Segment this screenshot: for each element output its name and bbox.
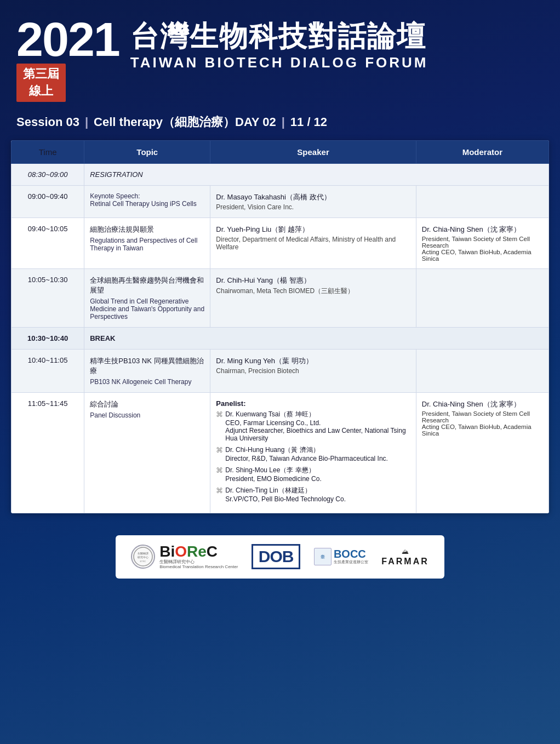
speaker-cell: Dr. Chih-Hui Yang（楊 智惠） Chairwoman, Meta… bbox=[210, 268, 416, 327]
topic-en: PB103 NK Allogeneic Cell Therapy bbox=[90, 378, 204, 386]
table-row: 08:30~09:00 RESIGTRATION bbox=[12, 163, 549, 185]
time-cell: 09:40~10:05 bbox=[12, 218, 84, 268]
panelist-icon: ⌘ bbox=[216, 487, 223, 495]
panelist-title: CEO, Farmar Licensing Co., Ltd. Adjunct … bbox=[225, 419, 410, 442]
title-block: 台灣生物科技對話論壇 TAIWAN BIOTECH DIALOG FORUM bbox=[130, 15, 428, 71]
panelist-icon: ⌘ bbox=[216, 410, 223, 419]
topic-en: Regulations and Perspectives of Cell The… bbox=[90, 237, 204, 252]
topic-cell: 綜合討論 Panel Discussion bbox=[84, 392, 210, 513]
title-english: TAIWAN BIOTECH DIALOG FORUM bbox=[130, 54, 428, 71]
moderator-cell bbox=[416, 349, 548, 392]
panelist-icon: ⌘ bbox=[216, 446, 223, 454]
panelist-label: Panelist: bbox=[216, 399, 410, 408]
schedule-table-container: Time Topic Speaker Moderator 08:30~09:00… bbox=[11, 140, 549, 513]
col-header-topic: Topic bbox=[84, 140, 210, 163]
biorerc-sub: 生醫轉譯研究中心Biomedical Translation Research … bbox=[159, 559, 238, 570]
topic-cn: 精準生技PB103 NK 同種異體細胞治療 bbox=[90, 356, 204, 376]
bocc-emblem: 臺 bbox=[314, 548, 332, 565]
session-date: 11 / 12 bbox=[290, 115, 327, 129]
table-row: 09:40~10:05 細胞治療法規與願景 Regulations and Pe… bbox=[12, 218, 549, 268]
topic-en: Global Trend in Cell Regenerative Medici… bbox=[90, 297, 204, 321]
session-topic: Cell therapy（細胞治療）DAY 02 bbox=[94, 114, 276, 130]
topic-en: Panel Discussion bbox=[90, 411, 204, 419]
panelist-name: Dr. Shing-Mou Lee（李 幸懋） bbox=[225, 466, 321, 475]
speaker-title: President, Vision Care Inc. bbox=[216, 203, 410, 211]
separator-1: | bbox=[85, 115, 88, 129]
col-header-moderator: Moderator bbox=[416, 140, 548, 163]
bocc-sub: 生技產業促進辦公室 bbox=[334, 559, 368, 565]
logo-dob: DOB bbox=[252, 544, 301, 569]
time-cell: 10:30~10:40 bbox=[12, 327, 84, 349]
time-cell: 10:40~11:05 bbox=[12, 349, 84, 392]
year-badge: 2021 第三屆 線上 bbox=[16, 15, 119, 102]
logo-farmar: ⛰ FARMAR bbox=[381, 547, 428, 566]
panelist-title: Sr.VP/CTO, Pell Bio-Med Technology Co. bbox=[225, 495, 346, 503]
moderator-cell: Dr. Chia-Ning Shen（沈 家寧） President, Taiw… bbox=[416, 218, 548, 268]
session-bar: Session 03 | Cell therapy（細胞治療）DAY 02 | … bbox=[0, 107, 560, 136]
svg-text:生醫轉譯: 生醫轉譯 bbox=[138, 552, 148, 555]
panelist-2: ⌘ Dr. Chi-Hung Huang（黃 濟鴻） Director, R&D… bbox=[216, 445, 410, 462]
speaker-cell: Dr. Yueh-Ping Liu（劉 越萍） Director, Depart… bbox=[210, 218, 416, 268]
biorerc-logo-text: BiOReC bbox=[159, 544, 238, 559]
moderator-cell bbox=[416, 268, 548, 327]
panelist-title: President, EMO Biomedicine Co. bbox=[225, 475, 321, 483]
speaker-cell: Dr. Masayo Takahashi（高橋 政代） President, V… bbox=[210, 185, 416, 218]
logo-bocc: 臺 BOCC 生技產業促進辦公室 bbox=[314, 548, 368, 565]
svg-text:BTRC: BTRC bbox=[140, 560, 146, 563]
speaker-cell: Dr. Ming Kung Yeh（葉 明功） Chairman, Precis… bbox=[210, 349, 416, 392]
title-chinese: 台灣生物科技對話論壇 bbox=[130, 21, 428, 52]
speaker-name: Dr. Chih-Hui Yang（楊 智惠） bbox=[216, 276, 410, 285]
panelist-icon: ⌘ bbox=[216, 466, 223, 474]
time-cell: 09:00~09:40 bbox=[12, 185, 84, 218]
speaker-title: Chairman, Precision Biotech bbox=[216, 367, 410, 375]
table-row: 09:00~09:40 Keynote Speech: Retinal Cell… bbox=[12, 185, 549, 218]
speaker-title: Chairwoman, Meta Tech BIOMED（三顧生醫） bbox=[216, 287, 410, 296]
reg-label: RESIGTRATION bbox=[84, 163, 549, 185]
table-row: 11:05~11:45 綜合討論 Panel Discussion Paneli… bbox=[12, 392, 549, 513]
topic-cell: Keynote Speech: Retinal Cell Therapy Usi… bbox=[84, 185, 210, 218]
panelist-3: ⌘ Dr. Shing-Mou Lee（李 幸懋） President, EMO… bbox=[216, 466, 410, 483]
dob-text: DOB bbox=[252, 544, 301, 569]
edition-badge: 第三屆 線上 bbox=[16, 64, 66, 102]
panelist-name: Dr. Chi-Hung Huang（黃 濟鴻） bbox=[225, 445, 388, 455]
svg-text:研究中心: 研究中心 bbox=[138, 556, 148, 559]
farmar-icon: ⛰ bbox=[402, 547, 409, 556]
speaker-name: Dr. Ming Kung Yeh（葉 明功） bbox=[216, 356, 410, 366]
moderator-detail: President, Taiwan Society of Stem Cell R… bbox=[422, 410, 543, 437]
topic-cn: 綜合討論 bbox=[90, 399, 204, 409]
year-text: 2021 bbox=[16, 15, 119, 64]
table-row: 10:30~10:40 BREAK bbox=[12, 327, 549, 349]
table-row: 10:40~11:05 精準生技PB103 NK 同種異體細胞治療 PB103 … bbox=[12, 349, 549, 392]
topic-cell: 精準生技PB103 NK 同種異體細胞治療 PB103 NK Allogenei… bbox=[84, 349, 210, 392]
moderator-cell: Dr. Chia-Ning Shen（沈 家寧） President, Taiw… bbox=[416, 392, 548, 513]
table-header-row: Time Topic Speaker Moderator bbox=[12, 140, 549, 163]
col-header-time: Time bbox=[12, 140, 84, 163]
moderator-name: Dr. Chia-Ning Shen（沈 家寧） bbox=[422, 225, 543, 234]
speaker-name: Dr. Yueh-Ping Liu（劉 越萍） bbox=[216, 225, 410, 234]
header: 2021 第三屆 線上 台灣生物科技對話論壇 TAIWAN BIOTECH DI… bbox=[0, 0, 560, 107]
time-cell: 11:05~11:45 bbox=[12, 392, 84, 513]
biorerc-emblem: 生醫轉譯 研究中心 BTRC bbox=[131, 545, 155, 569]
topic-cn: 全球細胞再生醫療趨勢與台灣機會和展望 bbox=[90, 276, 204, 295]
panel-speaker-cell: Panelist: ⌘ Dr. Kuenwang Tsai（蔡 坤旺） CEO,… bbox=[210, 392, 416, 513]
topic-text: Keynote Speech: Retinal Cell Therapy Usi… bbox=[90, 192, 204, 208]
speaker-name: Dr. Masayo Takahashi（高橋 政代） bbox=[216, 192, 410, 202]
footer-logos: 生醫轉譯 研究中心 BTRC BiOReC 生醫轉譯研究中心Biomedical… bbox=[116, 535, 444, 579]
separator-2: | bbox=[282, 115, 285, 129]
topic-cell: 細胞治療法規與願景 Regulations and Perspectives o… bbox=[84, 218, 210, 268]
table-row: 10:05~10:30 全球細胞再生醫療趨勢與台灣機會和展望 Global Tr… bbox=[12, 268, 549, 327]
speaker-title: Director, Department of Medical Affairs,… bbox=[216, 236, 410, 251]
time-cell: 10:05~10:30 bbox=[12, 268, 84, 327]
panelist-title: Director, R&D, Taiwan Advance Bio-Pharma… bbox=[225, 455, 388, 462]
moderator-detail: President, Taiwan Society of Stem Cell R… bbox=[422, 236, 543, 262]
bocc-text: BOCC bbox=[334, 548, 368, 559]
schedule-table: Time Topic Speaker Moderator 08:30~09:00… bbox=[11, 140, 549, 513]
moderator-cell bbox=[416, 185, 548, 218]
logo-biorerc: 生醫轉譯 研究中心 BTRC BiOReC 生醫轉譯研究中心Biomedical… bbox=[131, 544, 238, 570]
topic-cn: 細胞治療法規與願景 bbox=[90, 225, 204, 234]
panelist-name: Dr. Kuenwang Tsai（蔡 坤旺） bbox=[225, 410, 410, 419]
break-label: BREAK bbox=[84, 327, 549, 349]
session-label: Session 03 bbox=[16, 115, 79, 129]
panelist-4: ⌘ Dr. Chien-Ting Lin（林建廷） Sr.VP/CTO, Pel… bbox=[216, 486, 410, 503]
panelist-name: Dr. Chien-Ting Lin（林建廷） bbox=[225, 486, 346, 495]
